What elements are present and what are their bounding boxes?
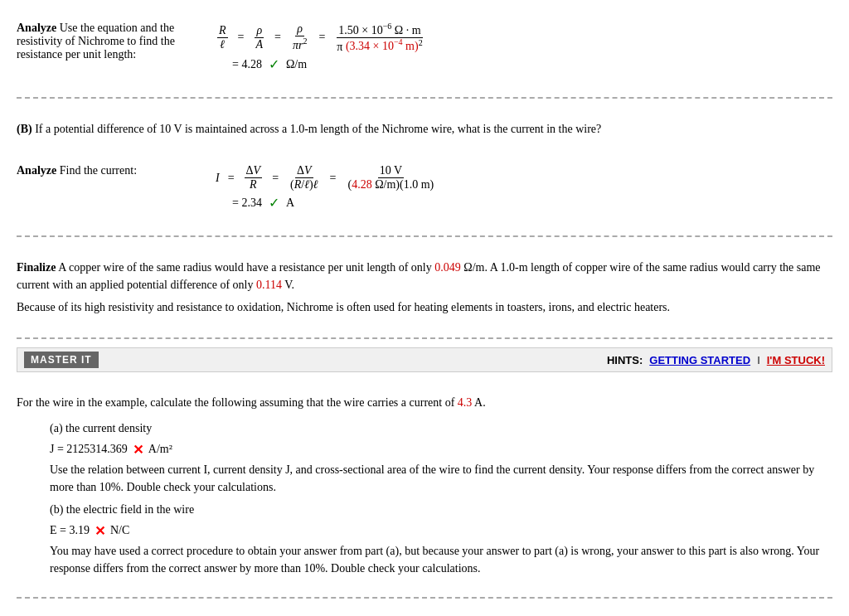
page-container: Analyze Use the equation and the resisti…: [0, 0, 849, 615]
master-it-label[interactable]: MASTER IT: [24, 352, 99, 368]
formula-area-b: I = ΔV R = ΔV (R/ℓ)ℓ = 10 V (4.28 Ω/m)(1…: [216, 164, 832, 214]
analyze-block-a: Analyze Use the equation and the resisti…: [17, 22, 832, 75]
hints-area: HINTS: GETTING STARTED I I'M STUCK!: [607, 354, 825, 366]
analyze-block-b: Analyze Find the current: I = ΔV R = ΔV …: [17, 164, 832, 214]
checkmark-a: ✓: [269, 56, 279, 72]
part-a-answer-line: J = 2125314.369 ✕ A/m²: [50, 442, 832, 458]
analyze-section-b: Analyze Find the current: I = ΔV R = ΔV …: [17, 151, 832, 227]
part-b-answer-line: E = 3.19 ✕ N/C: [50, 523, 832, 539]
result-line-a: = 4.28 ✓ Ω/m: [216, 56, 832, 72]
cross-a: ✕: [133, 442, 143, 458]
part-b-label: (b) the electric field in the wire: [50, 501, 832, 518]
finalize-section: Finalize A copper wire of the same radiu…: [17, 245, 832, 329]
cross-b: ✕: [95, 523, 105, 539]
result-line-b: = 2.34 ✓ A: [216, 195, 832, 211]
master-it-problem-text: For the wire in the example, calculate t…: [17, 394, 832, 412]
part-a-section: (a) the current density J = 2125314.369 …: [17, 420, 832, 496]
section-b-question: (B) If a potential difference of 10 V is…: [17, 107, 832, 151]
divider-2: [17, 235, 832, 237]
part-a-feedback: Use the relation between current I, curr…: [50, 461, 832, 496]
fraction-p-pi-r2: ρ πr2: [291, 22, 308, 52]
im-stuck-link[interactable]: I'M STUCK!: [767, 354, 825, 366]
formula-area-a: R ℓ = ρ A = ρ πr2 = 1.50 × 10−6: [216, 22, 832, 75]
analyze-label-a: Analyze Use the equation and the resisti…: [17, 22, 199, 61]
fraction-deltaV-R: ΔV R: [245, 164, 263, 192]
analyze-section-a: Analyze Use the equation and the resisti…: [17, 8, 832, 89]
fraction-p-A: ρ A: [254, 24, 264, 51]
fraction-10V-values: 10 V (4.28 Ω/m)(1.0 m): [346, 164, 435, 192]
analyze-label-b: Analyze Find the current:: [17, 164, 199, 177]
part-b-section: (b) the electric field in the wire E = 3…: [17, 501, 832, 577]
divider-1: [17, 97, 832, 99]
formula-row-a1: R ℓ = ρ A = ρ πr2 = 1.50 × 10−6: [216, 22, 832, 53]
finalize-text-2: Because of its high resistivity and resi…: [17, 298, 832, 316]
formula-row-b1: I = ΔV R = ΔV (R/ℓ)ℓ = 10 V (4.28 Ω/m)(1…: [216, 164, 832, 192]
fraction-deltaV-Rl: ΔV (R/ℓ)ℓ: [289, 164, 319, 192]
hints-label: HINTS:: [607, 354, 643, 366]
divider-3: [17, 337, 832, 339]
part-a-label: (a) the current density: [50, 420, 832, 437]
finalize-text-1: Finalize A copper wire of the same radiu…: [17, 259, 832, 293]
fraction-values-a: 1.50 × 10−6 Ω · m π (3.34 × 10−4 m)2: [335, 22, 424, 53]
divider-4: [17, 597, 832, 599]
checkmark-b: ✓: [269, 195, 279, 211]
section-b-text: (B) If a potential difference of 10 V is…: [17, 120, 832, 138]
getting-started-link[interactable]: GETTING STARTED: [649, 354, 750, 366]
fraction-R-l: R ℓ: [217, 24, 228, 51]
part-b-feedback: You may have used a correct procedure to…: [50, 542, 832, 577]
master-it-bar: MASTER IT HINTS: GETTING STARTED I I'M S…: [17, 347, 832, 372]
master-it-problem: For the wire in the example, calculate t…: [17, 379, 832, 588]
hint-divider: I: [757, 354, 760, 366]
